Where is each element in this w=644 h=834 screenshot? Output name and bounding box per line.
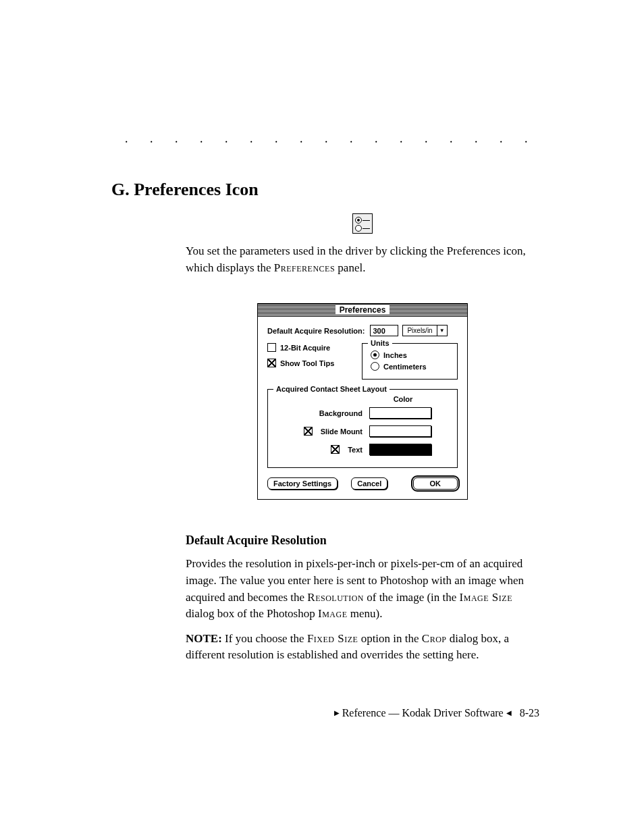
triangle-right-icon: ▶ — [334, 709, 340, 716]
note-paragraph: NOTE: If you choose the Fixed Size optio… — [186, 631, 539, 664]
slidemount-label: Slide Mount — [321, 427, 363, 436]
ok-button[interactable]: OK — [413, 477, 458, 490]
background-label: Background — [319, 409, 363, 417]
page-number: 8-23 — [520, 707, 539, 719]
page-footer: ▶ Reference — Kodak Driver Software ◀ 8-… — [334, 707, 539, 719]
dialog-title: Preferences — [336, 305, 390, 315]
slidemount-color-swatch[interactable] — [369, 425, 431, 437]
footer-text: Reference — Kodak Driver Software — [342, 707, 504, 719]
checkbox-slidemount[interactable] — [304, 427, 313, 436]
factory-settings-button[interactable]: Factory Settings — [267, 477, 338, 490]
body-paragraph-1: Provides the resolution in pixels-per-in… — [186, 556, 539, 623]
color-column-header: Color — [356, 395, 450, 403]
radio-inches-label: Inches — [383, 351, 407, 359]
checkbox-12bit-label: 12-Bit Acquire — [280, 344, 330, 352]
checkbox-tooltips[interactable] — [267, 359, 276, 367]
intro-paragraph: You set the parameters used in the drive… — [186, 243, 539, 276]
units-group-title: Units — [368, 339, 392, 347]
decorative-dots: . . . . . . . . . . . . . . . . . . . . … — [125, 132, 539, 146]
radio-inches[interactable] — [371, 350, 379, 359]
units-group: Units Inches Centimeters — [362, 343, 458, 380]
cancel-button[interactable]: Cancel — [351, 477, 387, 490]
subsection-heading: Default Acquire Resolution — [186, 533, 539, 548]
background-color-swatch[interactable] — [369, 407, 431, 419]
text-label: Text — [348, 446, 363, 454]
chevron-down-icon: ▼ — [437, 325, 447, 336]
radio-centimeters-label: Centimeters — [383, 363, 427, 371]
triangle-left-icon: ◀ — [506, 709, 512, 716]
checkbox-12bit[interactable] — [267, 343, 276, 352]
checkbox-text[interactable] — [331, 445, 340, 454]
contact-group-title: Acquired Contact Sheet Layout — [273, 385, 390, 393]
dialog-titlebar: Preferences — [258, 304, 467, 317]
text-color-swatch[interactable] — [369, 444, 431, 455]
resolution-input[interactable] — [370, 325, 398, 336]
resolution-units-dropdown[interactable]: Pixels/in ▼ — [402, 325, 447, 336]
preferences-icon — [352, 213, 373, 234]
contact-sheet-group: Acquired Contact Sheet Layout Color Back… — [267, 389, 458, 468]
checkbox-tooltips-label: Show Tool Tips — [280, 359, 334, 367]
dropdown-selected: Pixels/in — [403, 327, 436, 334]
section-heading: G. Preferences Icon — [111, 180, 539, 200]
radio-centimeters[interactable] — [371, 362, 379, 371]
preferences-dialog: Preferences Default Acquire Resolution: … — [257, 303, 468, 500]
resolution-label: Default Acquire Resolution: — [267, 327, 365, 335]
